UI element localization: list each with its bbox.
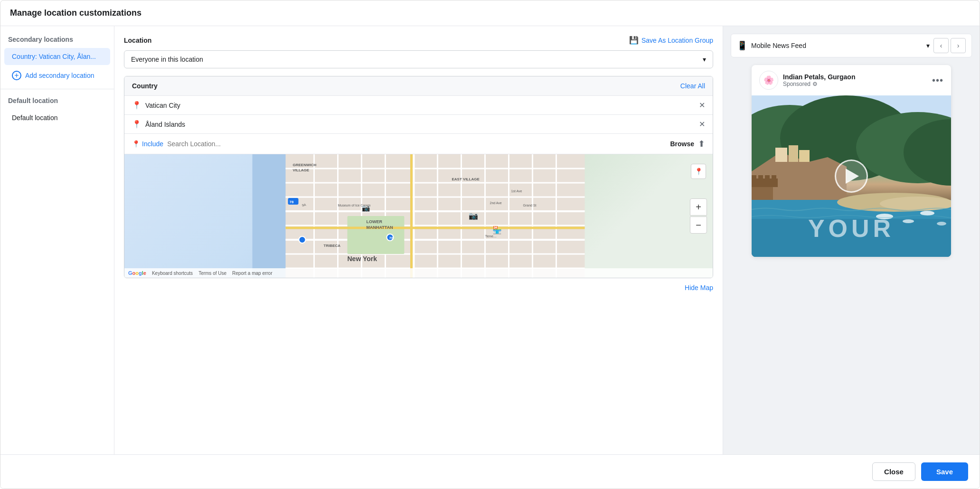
svg-rect-52 <box>789 145 798 162</box>
map-pin-button[interactable]: 📍 <box>691 164 706 179</box>
preview-next-button[interactable]: › <box>951 38 966 53</box>
zoom-in-button[interactable]: + <box>690 198 707 216</box>
play-triangle-icon <box>846 169 859 184</box>
country-section: Country Clear All 📍 Vatican City ✕ 📍 Åla… <box>124 76 713 278</box>
upload-icon[interactable]: ⬆ <box>698 139 705 149</box>
sidebar-item-default-location[interactable]: Default location <box>4 109 110 126</box>
modal-body: Secondary locations Country: Vatican Cit… <box>0 26 980 454</box>
map-zoom-controls: + − <box>690 198 707 234</box>
ad-more-options-button[interactable]: ••• <box>932 75 943 86</box>
svg-point-39 <box>299 236 306 243</box>
svg-rect-57 <box>758 175 763 181</box>
terms-of-use-link[interactable]: Terms of Use <box>198 271 226 276</box>
chevron-down-icon: ▾ <box>703 56 706 63</box>
clear-all-button[interactable]: Clear All <box>680 82 705 90</box>
location-header: Location 💾 Save As Location Group <box>124 36 713 45</box>
svg-rect-0 <box>253 154 291 278</box>
svg-text:EAST VILLAGE: EAST VILLAGE <box>452 177 480 181</box>
brand-name: Indian Petals, Gurgaon <box>783 73 927 81</box>
map-svg: GREENWICH VILLAGE EAST VILLAGE Museum of… <box>124 154 713 278</box>
google-logo: Google <box>128 270 146 276</box>
sidebar: Secondary locations Country: Vatican Cit… <box>0 26 114 454</box>
ad-card-header: 🌸 Indian Petals, Gurgaon Sponsored ⚙ ••• <box>752 65 951 95</box>
location-dropdown[interactable]: Everyone in this location ▾ <box>124 50 713 68</box>
location-label: Location <box>124 37 151 44</box>
preview-toolbar: 📱 Mobile News Feed ▾ ‹ › <box>731 34 972 57</box>
sponsored-settings-icon: ⚙ <box>812 81 818 87</box>
location-name-vatican: Vatican City <box>145 102 180 109</box>
save-location-group-button[interactable]: 💾 Save As Location Group <box>629 36 713 45</box>
svg-text:2nd Ave: 2nd Ave <box>490 201 502 205</box>
sidebar-item-country[interactable]: Country: Vatican City, Ålan... <box>4 48 110 65</box>
svg-point-66 <box>920 211 934 216</box>
svg-point-65 <box>903 219 914 223</box>
country-section-header: Country Clear All <box>124 76 713 96</box>
location-name-aland: Åland Islands <box>145 121 185 128</box>
save-button[interactable]: Save <box>921 462 968 481</box>
save-icon: 💾 <box>629 36 639 45</box>
keyboard-shortcuts-link[interactable]: Keyboard shortcuts <box>152 271 193 276</box>
svg-text:New York: New York <box>348 255 377 263</box>
modal-footer: Close Save <box>0 454 980 489</box>
sponsored-label: Sponsored ⚙ <box>783 81 927 87</box>
preview-panel: 📱 Mobile News Feed ▾ ‹ › 🌸 Indian Petals… <box>723 26 980 454</box>
pin-icon: 📍 <box>695 168 703 175</box>
svg-text:1st Ave: 1st Ave <box>511 189 522 193</box>
modal-container: Manage location customizations Secondary… <box>0 0 980 489</box>
svg-rect-59 <box>772 175 776 181</box>
zoom-out-button[interactable]: − <box>690 216 707 234</box>
remove-vatican-button[interactable]: ✕ <box>699 101 705 110</box>
svg-text:GREENWICH: GREENWICH <box>293 163 317 167</box>
modal-header: Manage location customizations <box>0 0 980 26</box>
report-map-error-link[interactable]: Report a map error <box>232 271 272 276</box>
mobile-device-icon: 📱 <box>737 40 747 51</box>
svg-rect-58 <box>765 175 770 181</box>
country-title: Country <box>132 82 158 90</box>
search-row: 📍 Include Browse ⬆ <box>124 134 713 154</box>
svg-point-67 <box>937 222 946 226</box>
location-tag-vatican-city: 📍 Vatican City ✕ <box>124 96 713 115</box>
ad-preview-card: 🌸 Indian Petals, Gurgaon Sponsored ⚙ ••• <box>752 65 951 257</box>
sidebar-divider <box>0 89 114 89</box>
location-tag-aland-islands: 📍 Åland Islands ✕ <box>124 115 713 134</box>
svg-rect-53 <box>799 150 810 162</box>
secondary-locations-title: Secondary locations <box>0 32 114 47</box>
ad-image-background: YOUR <box>752 95 951 257</box>
svg-text:TRIBECA: TRIBECA <box>324 244 341 248</box>
svg-text:📷: 📷 <box>469 211 478 220</box>
preview-navigation: ‹ › <box>933 38 966 53</box>
preview-placement-dropdown[interactable]: Mobile News Feed ▾ <box>751 42 930 49</box>
hide-map-button[interactable]: Hide Map <box>124 278 713 292</box>
location-pin-icon: 📍 <box>132 101 141 110</box>
include-button[interactable]: 📍 Include <box>132 140 163 148</box>
search-location-input[interactable] <box>167 140 666 148</box>
svg-text:📷: 📷 <box>362 204 370 212</box>
map-container: GREENWICH VILLAGE EAST VILLAGE Museum of… <box>124 154 713 278</box>
chevron-down-icon-preview: ▾ <box>926 42 930 49</box>
default-location-title: Default location <box>0 93 114 108</box>
add-circle-icon: + <box>12 71 21 80</box>
include-pin-icon: 📍 <box>132 140 140 148</box>
location-pin-icon-2: 📍 <box>132 120 141 129</box>
brand-logo: 🌸 <box>759 71 778 90</box>
brand-info: Indian Petals, Gurgaon Sponsored ⚙ <box>783 73 927 87</box>
main-content: Location 💾 Save As Location Group Everyo… <box>114 26 723 454</box>
svg-text:78: 78 <box>290 200 294 204</box>
svg-rect-56 <box>752 175 756 181</box>
svg-text:LOWER: LOWER <box>367 219 383 224</box>
svg-text:🏪: 🏪 <box>492 226 502 235</box>
ad-text-overlay: YOUR <box>808 214 895 243</box>
close-button[interactable]: Close <box>872 462 915 481</box>
svg-text:VILLAGE: VILLAGE <box>293 168 310 172</box>
remove-aland-button[interactable]: ✕ <box>699 120 705 129</box>
svg-text:78: 78 <box>389 236 394 240</box>
browse-button[interactable]: Browse <box>670 140 694 148</box>
sidebar-add-secondary-location[interactable]: + Add secondary location <box>4 66 110 85</box>
ad-play-button[interactable] <box>835 160 868 193</box>
svg-text:MANHATTAN: MANHATTAN <box>367 225 393 230</box>
map-background: GREENWICH VILLAGE EAST VILLAGE Museum of… <box>124 154 713 278</box>
svg-text:Tene...: Tene... <box>485 234 497 238</box>
preview-prev-button[interactable]: ‹ <box>933 38 949 53</box>
modal-title: Manage location customizations <box>10 8 141 18</box>
ad-image-container: YOUR <box>752 95 951 257</box>
